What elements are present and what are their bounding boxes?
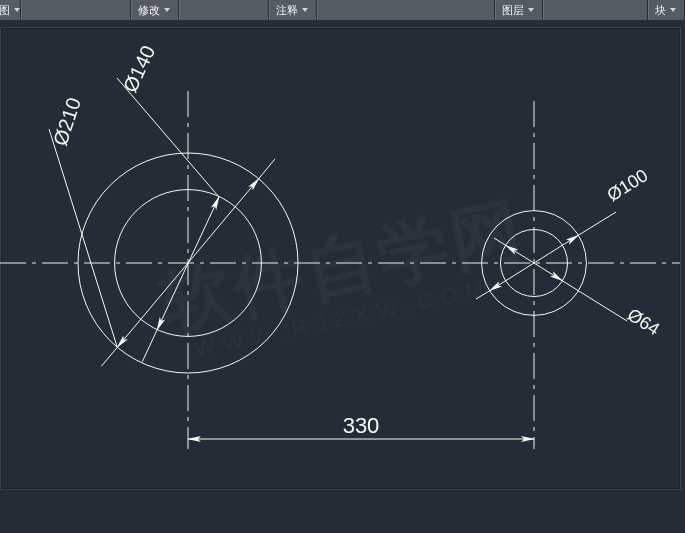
chevron-down-icon bbox=[164, 8, 170, 12]
dim-d64-label: Ø64 bbox=[624, 304, 663, 339]
dim-d210-label: Ø210 bbox=[49, 95, 85, 148]
dim-d100-label: Ø100 bbox=[604, 165, 652, 205]
toolbar-spacer bbox=[21, 0, 131, 20]
menu-modify-label: 修改 bbox=[138, 3, 160, 18]
menu-annotate[interactable]: 注释 bbox=[269, 0, 317, 20]
dim-d64-leader bbox=[562, 281, 627, 321]
dim-d140-label: Ø140 bbox=[119, 42, 160, 96]
menu-layer-label: 图层 bbox=[502, 3, 524, 18]
dim-d140-ext1 bbox=[142, 330, 157, 362]
toolbar-spacer bbox=[543, 0, 648, 20]
drawing-svg: Ø140 Ø210 Ø100 Ø64 330 bbox=[0, 21, 685, 533]
menu-block-label: 块 bbox=[655, 3, 666, 18]
dim-d100-leader bbox=[578, 212, 616, 235]
menu-annotate-label: 注释 bbox=[276, 3, 298, 18]
menu-view-label: 图 bbox=[0, 3, 10, 18]
dim-d210-ext1 bbox=[101, 347, 117, 366]
menu-layer[interactable]: 图层 bbox=[495, 0, 543, 20]
dim-d100-ext1 bbox=[476, 291, 490, 299]
chevron-down-icon bbox=[670, 8, 676, 12]
dim-330-label: 330 bbox=[343, 413, 380, 438]
dim-d210-ext2 bbox=[259, 159, 275, 179]
chevron-down-icon bbox=[528, 8, 534, 12]
toolbar-spacer bbox=[317, 0, 495, 20]
chevron-down-icon bbox=[14, 8, 20, 12]
chevron-down-icon bbox=[302, 8, 308, 12]
dim-d210-leader bbox=[49, 129, 117, 347]
menu-view[interactable]: 图 bbox=[0, 0, 21, 20]
dim-d64-ext1 bbox=[494, 238, 506, 245]
dim-d140-leader bbox=[117, 78, 219, 197]
menu-modify[interactable]: 修改 bbox=[131, 0, 179, 20]
menu-toolbar: 图 修改 注释 图层 块 bbox=[0, 0, 685, 21]
menu-block[interactable]: 块 bbox=[648, 0, 685, 20]
toolbar-spacer bbox=[179, 0, 269, 20]
cad-canvas[interactable]: 软件自学网 WWW.RJZXW.COM bbox=[0, 21, 685, 533]
